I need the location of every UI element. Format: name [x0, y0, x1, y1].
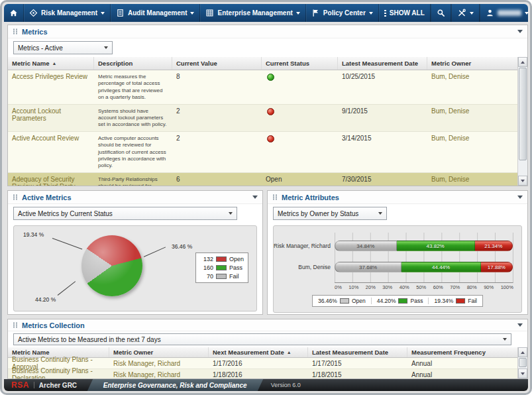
- nav-menu-enterprise-management[interactable]: Enterprise Management: [200, 4, 305, 22]
- x-axis-tick: 40%: [399, 284, 409, 290]
- x-axis: 0%10%20%30%40%50%60%70%80%90%100%: [335, 284, 513, 290]
- column-header-next-measurement-date[interactable]: Next Measurement Date▲: [209, 347, 308, 357]
- bar-segment-open[interactable]: 34.84%: [335, 241, 397, 251]
- arrow-down-icon: [521, 180, 525, 182]
- user-menu[interactable]: [480, 4, 532, 22]
- metric-owner-link[interactable]: Bum, Denise: [427, 70, 517, 104]
- bar-segment-value: 37.68%: [359, 264, 377, 270]
- legend-label: Open: [352, 298, 366, 304]
- collapse-panel-icon[interactable]: [517, 196, 523, 199]
- metric-name-link[interactable]: Account Lockout Parameters: [8, 105, 94, 131]
- column-header-description[interactable]: Description: [94, 57, 172, 70]
- status-indicator-green: [267, 74, 274, 81]
- panel-toolbar: Active Metrics to be Measured in the nex…: [8, 331, 527, 347]
- nav-menu-risk-management[interactable]: Risk Management: [24, 4, 111, 22]
- bar-segment-pass[interactable]: 44.44%: [401, 262, 481, 272]
- column-header-metric-owner[interactable]: Metric Owner: [109, 347, 209, 357]
- chevron-down-icon: [525, 12, 529, 15]
- collapse-panel-icon[interactable]: [252, 196, 258, 199]
- select-value: Active Metrics to be Measured in the nex…: [18, 336, 161, 343]
- drag-handle-icon[interactable]: [13, 28, 18, 34]
- table-row[interactable]: Business Continuity Plans - Declaration …: [8, 369, 517, 378]
- drag-handle-icon[interactable]: [13, 194, 18, 200]
- bar-legend: 36.46% Open 44.20% Pass 19.34% Fail: [312, 295, 483, 307]
- search-icon: [437, 9, 445, 17]
- footer-bar: RSA Archer GRC Enterprise Governance, Ri…: [4, 379, 528, 391]
- bar-segment-open[interactable]: 37.68%: [335, 262, 401, 272]
- bar-chart-area: Risk Manager, Richard Bum, Denise 34.84%…: [273, 225, 522, 313]
- table-row[interactable]: Account Lockout Parameters Systems shoul…: [8, 105, 517, 132]
- table-row[interactable]: Access Privileges Review Metric measures…: [8, 70, 517, 105]
- user-name-redacted: [498, 10, 521, 16]
- column-header-metric-owner[interactable]: Metric Owner: [427, 57, 517, 70]
- column-header-metric-name[interactable]: Metric Name▲: [8, 57, 94, 70]
- metric-owner-link[interactable]: Risk Manager, Richard: [109, 371, 209, 378]
- bar-segment-fail[interactable]: 21.34%: [475, 241, 513, 251]
- vertical-scrollbar[interactable]: [517, 347, 527, 378]
- pie-label-line: [52, 238, 82, 249]
- bar-segment-fail[interactable]: 17.88%: [481, 262, 513, 272]
- x-axis-tick: 90%: [484, 284, 494, 290]
- x-axis-tick: 50%: [416, 284, 426, 290]
- bar-segment-pass[interactable]: 43.82%: [397, 241, 475, 251]
- metric-status-cell: [262, 70, 338, 104]
- arrow-up-icon: [521, 351, 525, 354]
- panel-toolbar: Metrics - Active: [8, 38, 527, 57]
- legend-swatch: [340, 298, 349, 304]
- metric-owner-link[interactable]: Bum, Denise: [427, 105, 517, 131]
- metrics-view-select[interactable]: Metrics - Active: [13, 41, 113, 54]
- legend-swatch: [399, 298, 408, 304]
- collapse-panel-icon[interactable]: [517, 323, 523, 327]
- metric-attributes-panel: Metric Attributes Metrics by Owner by St…: [267, 190, 528, 315]
- column-header-current-status[interactable]: Current Status: [262, 57, 338, 70]
- search-button[interactable]: [431, 4, 451, 22]
- metrics-collection-view-select[interactable]: Active Metrics to be Measured in the nex…: [13, 333, 511, 345]
- column-header-latest-measurement-date[interactable]: Latest Measurement Date: [308, 347, 407, 357]
- scrollbar-thumb[interactable]: [519, 358, 527, 367]
- pie-chart-area: 19.34 % 36.46 % 44.20 % 132 Open 160 Pas…: [13, 225, 257, 311]
- metric-name-link[interactable]: Business Continuity Plans - Declaration: [8, 367, 109, 378]
- legend-count: 160: [200, 264, 213, 271]
- scroll-up-button[interactable]: [518, 347, 527, 357]
- metrics-collection-table: Metric Name Metric Owner Next Measuremen…: [8, 347, 517, 378]
- metric-owner-link[interactable]: Risk Manager, Richard: [109, 360, 209, 367]
- collapse-panel-icon[interactable]: [517, 30, 523, 33]
- metric-description: Third-Party Relationships should be revi…: [94, 173, 172, 186]
- tools-button[interactable]: [451, 4, 480, 22]
- x-axis-tick: 0%: [335, 284, 342, 290]
- drag-handle-icon[interactable]: [13, 322, 18, 328]
- nav-menu-audit-management[interactable]: Audit Management: [111, 4, 200, 22]
- vertical-scrollbar[interactable]: [517, 57, 527, 186]
- legend-label: Open: [229, 256, 244, 262]
- scroll-down-button[interactable]: [518, 176, 527, 186]
- legend-item: 44.20% Pass: [371, 298, 423, 304]
- nav-menu-policy-center[interactable]: Policy Center: [306, 4, 379, 22]
- x-axis-tick: 20%: [366, 284, 376, 290]
- status-indicator-red: [267, 135, 274, 142]
- metric-owner-link[interactable]: Bum, Denise: [427, 132, 517, 172]
- scroll-down-button[interactable]: [518, 368, 527, 378]
- sort-ascending-icon: ▲: [287, 350, 292, 355]
- scrollbar-thumb[interactable]: [519, 68, 527, 160]
- metric-name-link[interactable]: Access Privileges Review: [8, 70, 94, 104]
- show-all-button[interactable]: SHOW ALL: [379, 4, 431, 22]
- pie-chart[interactable]: [81, 235, 142, 296]
- metric-name-link[interactable]: Active Account Review: [8, 132, 94, 172]
- next-measurement-date: 1/18/2016: [209, 371, 308, 378]
- table-row[interactable]: Active Account Review Active computer ac…: [8, 132, 517, 173]
- drag-handle-icon[interactable]: [272, 194, 278, 200]
- stacked-bar: 34.84% 43.82% 21.34%: [335, 241, 513, 251]
- table-row-selected[interactable]: Adequacy of Security Review of Third Par…: [8, 173, 517, 186]
- nav-menu-label: Audit Management: [128, 9, 187, 17]
- home-button[interactable]: [4, 4, 24, 22]
- metric-name-link[interactable]: Adequacy of Security Review of Third Par…: [8, 173, 94, 186]
- bar-category-label: Bum, Denise: [274, 264, 331, 270]
- column-header-measurement-frequency[interactable]: Measurement Frequency: [407, 347, 517, 357]
- metric-attributes-view-select[interactable]: Metrics by Owner by Status: [273, 207, 387, 220]
- x-axis-tick: 100%: [501, 284, 513, 290]
- metric-owner-link[interactable]: Bum, Denise: [427, 173, 517, 186]
- column-header-current-value[interactable]: Current Value: [172, 57, 262, 70]
- column-header-latest-measurement-date[interactable]: Latest Measurement Date: [338, 57, 427, 70]
- active-metrics-view-select[interactable]: Active Metrics by Current Status: [13, 207, 237, 220]
- scroll-up-button[interactable]: [518, 57, 527, 67]
